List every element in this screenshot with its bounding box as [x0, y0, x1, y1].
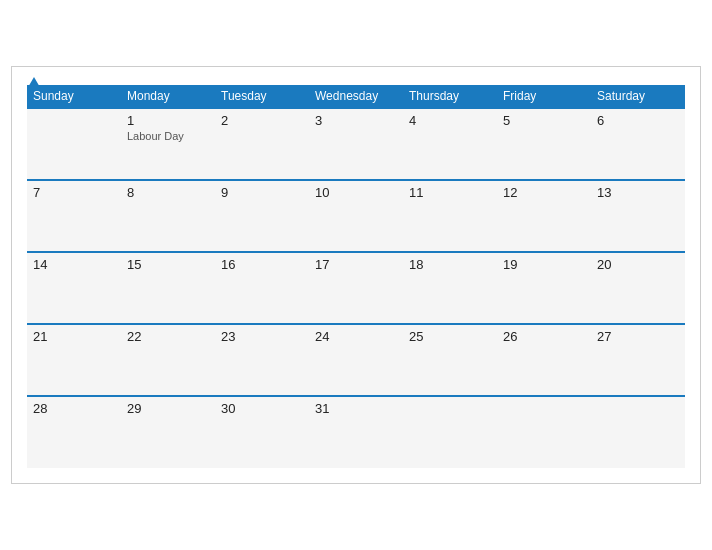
calendar-container: SundayMondayTuesdayWednesdayThursdayFrid… [11, 66, 701, 484]
calendar-cell: 8 [121, 180, 215, 252]
holiday-name: Labour Day [127, 130, 209, 142]
day-number: 31 [315, 401, 397, 416]
weekday-header-row: SundayMondayTuesdayWednesdayThursdayFrid… [27, 85, 685, 108]
calendar-week-row: 1Labour Day23456 [27, 108, 685, 180]
day-number: 29 [127, 401, 209, 416]
calendar-week-row: 78910111213 [27, 180, 685, 252]
day-number: 18 [409, 257, 491, 272]
calendar-cell [497, 396, 591, 468]
calendar-cell: 4 [403, 108, 497, 180]
calendar-cell: 17 [309, 252, 403, 324]
calendar-cell: 31 [309, 396, 403, 468]
calendar-cell [403, 396, 497, 468]
day-number: 24 [315, 329, 397, 344]
calendar-cell: 15 [121, 252, 215, 324]
day-number: 1 [127, 113, 209, 128]
day-number: 10 [315, 185, 397, 200]
day-number: 16 [221, 257, 303, 272]
calendar-cell: 18 [403, 252, 497, 324]
calendar-cell: 9 [215, 180, 309, 252]
day-number: 2 [221, 113, 303, 128]
calendar-cell [591, 396, 685, 468]
logo-triangle-icon [27, 77, 41, 89]
day-number: 25 [409, 329, 491, 344]
day-number: 5 [503, 113, 585, 128]
day-number: 28 [33, 401, 115, 416]
calendar-cell: 12 [497, 180, 591, 252]
day-number: 14 [33, 257, 115, 272]
calendar-cell: 26 [497, 324, 591, 396]
day-number: 17 [315, 257, 397, 272]
calendar-cell: 23 [215, 324, 309, 396]
logo-blue-text [27, 77, 43, 90]
calendar-cell: 11 [403, 180, 497, 252]
calendar-cell: 7 [27, 180, 121, 252]
day-number: 7 [33, 185, 115, 200]
day-number: 15 [127, 257, 209, 272]
day-number: 23 [221, 329, 303, 344]
weekday-header-tuesday: Tuesday [215, 85, 309, 108]
calendar-cell: 25 [403, 324, 497, 396]
day-number: 27 [597, 329, 679, 344]
calendar-cell: 22 [121, 324, 215, 396]
logo [27, 77, 43, 90]
calendar-cell: 5 [497, 108, 591, 180]
weekday-header-saturday: Saturday [591, 85, 685, 108]
calendar-cell: 27 [591, 324, 685, 396]
calendar-cell: 16 [215, 252, 309, 324]
day-number: 6 [597, 113, 679, 128]
weekday-header-wednesday: Wednesday [309, 85, 403, 108]
day-number: 8 [127, 185, 209, 200]
calendar-table: SundayMondayTuesdayWednesdayThursdayFrid… [27, 85, 685, 468]
calendar-week-row: 14151617181920 [27, 252, 685, 324]
weekday-header-thursday: Thursday [403, 85, 497, 108]
weekday-header-friday: Friday [497, 85, 591, 108]
day-number: 30 [221, 401, 303, 416]
day-number: 19 [503, 257, 585, 272]
calendar-cell: 30 [215, 396, 309, 468]
day-number: 13 [597, 185, 679, 200]
day-number: 22 [127, 329, 209, 344]
day-number: 4 [409, 113, 491, 128]
calendar-cell: 24 [309, 324, 403, 396]
calendar-cell: 28 [27, 396, 121, 468]
day-number: 3 [315, 113, 397, 128]
calendar-cell: 14 [27, 252, 121, 324]
calendar-cell: 2 [215, 108, 309, 180]
calendar-cell: 21 [27, 324, 121, 396]
calendar-cell: 3 [309, 108, 403, 180]
day-number: 9 [221, 185, 303, 200]
calendar-cell: 10 [309, 180, 403, 252]
calendar-cell: 1Labour Day [121, 108, 215, 180]
weekday-header-monday: Monday [121, 85, 215, 108]
calendar-cell: 20 [591, 252, 685, 324]
calendar-cell: 29 [121, 396, 215, 468]
calendar-cell: 6 [591, 108, 685, 180]
day-number: 26 [503, 329, 585, 344]
calendar-week-row: 28293031 [27, 396, 685, 468]
day-number: 11 [409, 185, 491, 200]
day-number: 21 [33, 329, 115, 344]
calendar-cell [27, 108, 121, 180]
calendar-week-row: 21222324252627 [27, 324, 685, 396]
calendar-cell: 19 [497, 252, 591, 324]
day-number: 20 [597, 257, 679, 272]
calendar-cell: 13 [591, 180, 685, 252]
day-number: 12 [503, 185, 585, 200]
